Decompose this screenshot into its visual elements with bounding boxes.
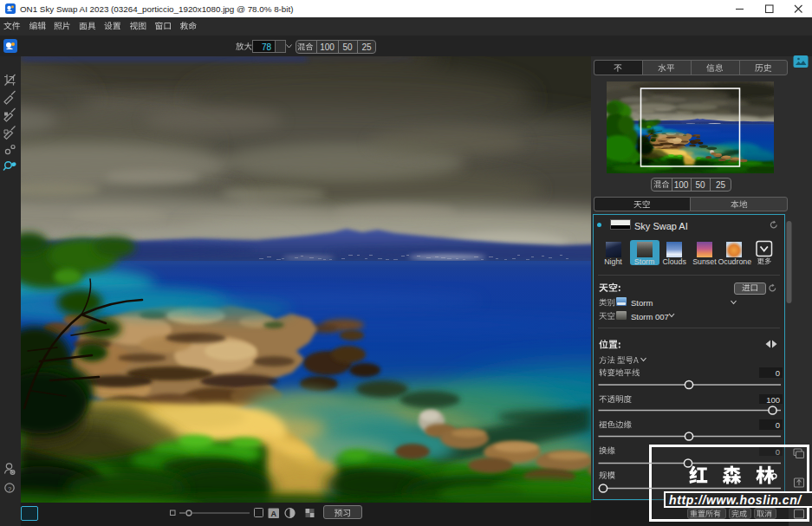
svg-text:A: A	[270, 510, 276, 518]
svg-text:?: ?	[8, 485, 11, 493]
